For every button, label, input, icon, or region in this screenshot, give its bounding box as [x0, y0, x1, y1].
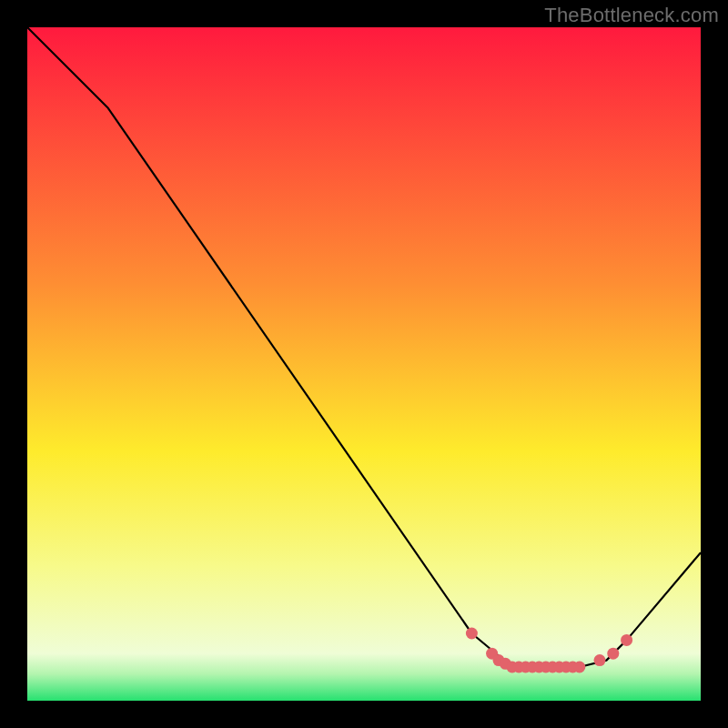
chart-frame: TheBottleneck.com [0, 0, 728, 728]
marker-dot [573, 662, 585, 673]
chart-svg [27, 27, 701, 701]
gradient-background [27, 27, 701, 701]
marker-dot [594, 654, 606, 666]
marker-dot [621, 634, 632, 646]
watermark-text: TheBottleneck.com [544, 4, 719, 27]
plot-area [27, 27, 701, 701]
marker-dot [466, 628, 478, 640]
marker-dot [607, 648, 619, 660]
